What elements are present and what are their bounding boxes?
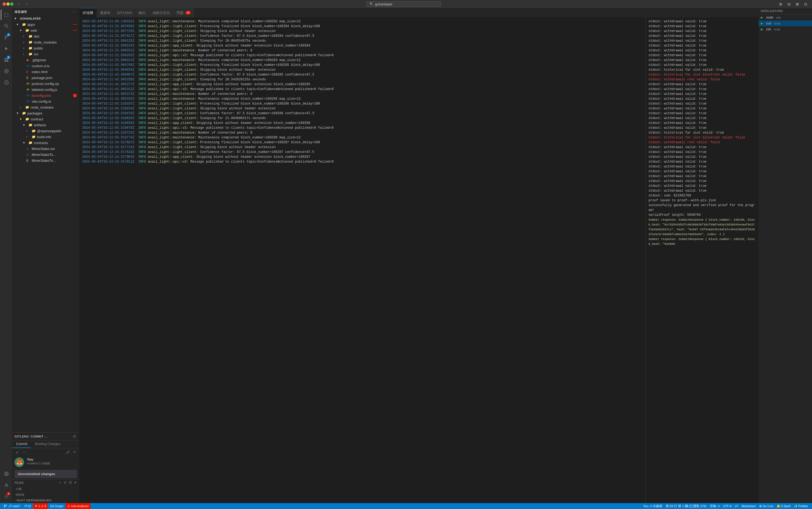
tree-item-web[interactable]: ▾ 📁 web <box>12 27 79 33</box>
line-end-status[interactable]: LF <box>733 503 740 509</box>
line-col-status[interactable]: 第 59 行 第 1 欄 (已選取 276) <box>664 503 708 509</box>
tree-item-dist[interactable]: › 📁 dist <box>12 33 79 39</box>
open-editor-zsh[interactable]: ▶ zsh script <box>759 26 812 32</box>
explorer-header[interactable]: 檔案總管 ··· <box>12 8 79 15</box>
tree-label-src: src <box>34 52 38 56</box>
json-file-icon: {} <box>26 76 31 79</box>
branch-status[interactable]: ⎇ main* <box>2 503 22 509</box>
gitlens-back-button[interactable]: ↙ <box>14 449 20 455</box>
search-box[interactable]: 🔍 gohanlayer <box>366 1 441 7</box>
tree-item-public[interactable]: › 📁 public <box>12 45 79 51</box>
extensions-activity-icon[interactable]: 2 <box>1 55 11 65</box>
svg-rect-7 <box>5 58 6 60</box>
tree-item-contracts[interactable]: ▾ 📁 contracts <box>12 140 79 146</box>
gitlens-header-label: GITLENS: COMMIT ... <box>14 435 72 438</box>
terminal-secondary[interactable]: stdout: withdrawal valid: truestdout: wi… <box>645 18 758 503</box>
tree-item-openzeppelin[interactable]: › 📁 @openzeppelin <box>12 128 79 134</box>
tree-item-tsconfig[interactable]: TS tsconfig.json 1 <box>12 93 79 98</box>
tab-commit[interactable]: Commit <box>12 440 31 448</box>
gitlens-activity-icon[interactable] <box>1 66 11 77</box>
layout-btn-1[interactable]: ⊞ <box>777 1 784 7</box>
terminal-main[interactable]: 2024-05-04T16:11:06.130162Z INFO avail_l… <box>79 18 645 503</box>
language-status[interactable]: Markdown <box>740 503 758 509</box>
gitlens-refresh-button[interactable]: ↺ <box>72 434 77 439</box>
folder-icon: 📁 <box>22 111 26 115</box>
tree-item-gitignore[interactable]: ◆ .gitignore <box>12 57 79 63</box>
svg-point-19 <box>6 496 7 497</box>
tree-item-minerstaketo-json[interactable]: {} MinerStakeTo... <box>12 158 79 163</box>
gitlens-compare-button[interactable]: ↗ <box>72 449 77 455</box>
layout-btn-3[interactable]: ⊠ <box>794 1 801 7</box>
gitlens-prev-button[interactable]: ← <box>22 449 27 455</box>
account-activity-icon[interactable] <box>1 480 11 490</box>
layout-btn-2[interactable]: ⊟ <box>785 1 793 7</box>
tab-terminal[interactable]: 終端機 <box>79 8 97 18</box>
files-add-button[interactable]: + <box>58 480 62 485</box>
ts-file-icon: TS <box>26 100 31 103</box>
tree-item-postcss[interactable]: JS postcss.config.cjs <box>12 80 79 87</box>
notifications-status[interactable]: 🔔 9 Spell <box>775 503 792 509</box>
tree-item-minerstaketo-sol[interactable]: ◇ MinerStakeTo... <box>12 151 79 158</box>
tree-item-node-modules-root[interactable]: › 📁 node_modules <box>12 104 79 110</box>
back-button[interactable]: ← <box>15 1 23 7</box>
search-icon: 🔍 <box>369 2 373 6</box>
tree-item-apps[interactable]: ▾ 📁 apps <box>12 22 79 27</box>
tree-label-node-modules: node_modules <box>34 40 57 44</box>
open-editor-node[interactable]: ▶ node web <box>759 14 812 21</box>
settings-activity-icon[interactable]: 1 <box>1 491 11 502</box>
tree-item-build-info[interactable]: › 📁 build-info <box>12 134 79 140</box>
encoding-status[interactable]: UTF-8 <box>721 503 733 509</box>
tree-item-minerstake[interactable]: ◇ MinerStake.sol <box>12 146 79 151</box>
json-file-icon: {} <box>26 159 31 162</box>
tree-label-vite: vite.config.ts <box>32 99 51 103</box>
tree-item-index-html[interactable]: {} index.html <box>12 69 79 75</box>
search-activity-icon[interactable] <box>1 21 11 31</box>
ts-file-icon: TS <box>26 94 31 97</box>
tree-item-artifacts[interactable]: ▾ 📁 artifacts <box>12 122 79 128</box>
tree-item-node-modules-web[interactable]: › 📁 node_modules <box>12 39 79 45</box>
tree-item-tailwind[interactable]: JS tailwind.config.js <box>12 87 79 93</box>
errors-status[interactable]: ✕ 1 ⚠ 0 <box>33 503 48 509</box>
layout-btn-4[interactable]: ⊡ <box>802 1 809 7</box>
commit-entry[interactable]: 🦊 You modified 3 分鐘前 <box>12 456 79 469</box>
project-root[interactable]: ▾ GOHANLAYER <box>12 15 79 22</box>
tree-item-package-json[interactable]: {} package.json <box>12 75 79 80</box>
tab-connections[interactable]: 連接埠 <box>97 8 114 18</box>
tree-item-src[interactable]: › 📁 src <box>12 51 79 57</box>
rust-analyzer-status[interactable]: ⚠ rust-analyzer <box>66 503 90 509</box>
live-share-status[interactable]: ⊕ Go Live <box>758 503 775 509</box>
tab-debug[interactable]: 偵錯主控台 <box>149 8 174 18</box>
uncommitted-changes-box[interactable]: Uncommitted changes <box>14 470 77 478</box>
git-graph-status[interactable]: Git Graph <box>48 503 65 509</box>
tree-item-vite[interactable]: TS vite.config.ts <box>12 98 79 104</box>
gitlens-branch-button[interactable]: ⎇ <box>64 449 71 455</box>
folder-item[interactable]: 大綱 <box>12 486 79 492</box>
timeline-activity-icon[interactable] <box>1 77 11 88</box>
source-control-activity-icon[interactable]: 2 <box>1 32 11 43</box>
tree-item-contract[interactable]: ▾ 📁 contract <box>12 116 79 122</box>
gitlens-header: GITLENS: COMMIT ... ↺ <box>12 433 79 440</box>
files-collapse-button[interactable]: ▾ <box>74 480 77 485</box>
files-list-button[interactable]: ☰ <box>68 480 73 485</box>
tab-problems[interactable]: 問題 33 <box>174 8 194 18</box>
spaces-status[interactable]: 空格: 4 <box>708 503 721 509</box>
remote-activity-icon[interactable] <box>1 468 11 479</box>
svg-rect-10 <box>7 60 8 62</box>
tab-gitlens[interactable]: GITLENS <box>114 8 136 18</box>
tree-item-packages[interactable]: ▾ 📁 packages <box>12 110 79 116</box>
sync-status[interactable]: ↺ 32 <box>23 503 33 509</box>
prettier-status[interactable]: ✨ Prettier <box>792 503 810 509</box>
forward-button[interactable]: → <box>23 1 30 7</box>
open-editor-curl[interactable]: ▶ curl script <box>759 21 812 26</box>
explorer-activity-icon[interactable]: ⬚ <box>1 9 11 20</box>
run-activity-icon[interactable] <box>1 43 11 54</box>
timeline-item[interactable]: 時間表 <box>12 492 79 498</box>
tab-working-changes[interactable]: Working Changes <box>31 440 64 448</box>
sidebar-menu-icon[interactable]: ··· <box>72 10 77 14</box>
branch-name: ⎇ main* <box>8 504 21 508</box>
tree-item-custom-dts[interactable]: TS custom.d.ts <box>12 63 79 69</box>
user-status[interactable]: You, 4 分鐘前 <box>641 503 664 509</box>
tab-output[interactable]: 輸出 <box>136 8 149 18</box>
files-refresh-button[interactable]: ↺ <box>63 480 67 485</box>
rust-dependencies-header[interactable]: › RUST DEPENDENCIES <box>12 498 79 503</box>
